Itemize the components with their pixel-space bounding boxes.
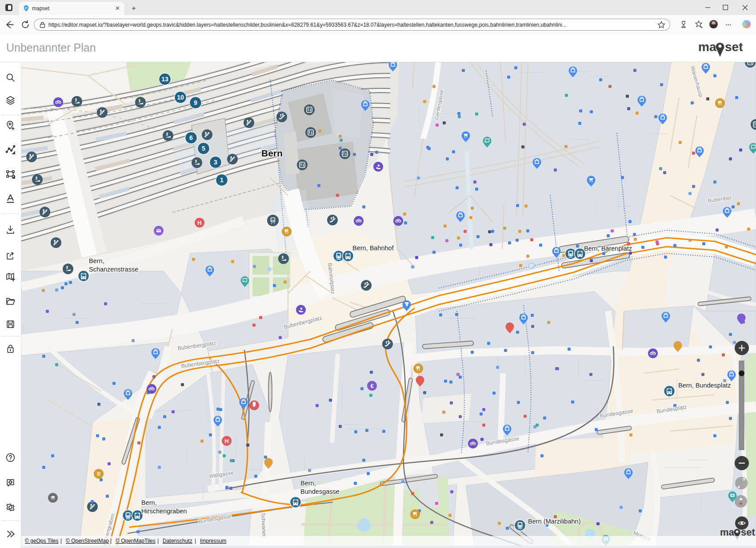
svg-text:Bern, Bahnhof: Bern, Bahnhof xyxy=(352,244,394,252)
svg-text:ma: ma xyxy=(698,40,716,54)
svg-text:Hirschengraben: Hirschengraben xyxy=(141,508,187,515)
svg-text:H: H xyxy=(224,438,228,444)
svg-text:6: 6 xyxy=(189,134,193,141)
svg-text:Impressum: Impressum xyxy=(200,538,226,544)
svg-text:5: 5 xyxy=(202,145,205,152)
svg-text:1: 1 xyxy=(220,176,224,184)
svg-text:|: | xyxy=(110,538,112,544)
svg-text:© geOps Tiles: © geOps Tiles xyxy=(25,538,59,544)
svg-text:P: P xyxy=(530,263,533,268)
svg-text:Bern,: Bern, xyxy=(141,499,157,506)
svg-text:set: set xyxy=(725,40,743,54)
svg-text:Bern: Bern xyxy=(261,148,283,158)
svg-text:Bundesgasse: Bundesgasse xyxy=(300,488,340,495)
svg-text:P: P xyxy=(25,6,28,10)
svg-text:Datenschutz: Datenschutz xyxy=(163,538,192,544)
svg-text:13: 13 xyxy=(161,76,168,83)
svg-text:9: 9 xyxy=(194,99,197,106)
svg-text:© OpenMapTiles: © OpenMapTiles xyxy=(116,538,156,544)
svg-text:|: | xyxy=(195,538,196,544)
svg-text:© OpenStreetMap: © OpenStreetMap xyxy=(66,538,109,544)
svg-text:|: | xyxy=(60,538,62,544)
svg-text:Bern (Marzilibahn): Bern (Marzilibahn) xyxy=(528,518,580,525)
svg-text:Schwanen: Schwanen xyxy=(260,512,268,538)
svg-text:Bern, Bärenplatz: Bern, Bärenplatz xyxy=(584,245,632,252)
svg-text:€: € xyxy=(370,383,373,389)
svg-text:Schanzenstrasse: Schanzenstrasse xyxy=(89,266,138,273)
svg-text:10: 10 xyxy=(177,94,184,101)
svg-text:H: H xyxy=(197,220,201,226)
svg-text:|: | xyxy=(157,538,159,544)
svg-text:Bern,: Bern, xyxy=(300,480,316,487)
svg-text:Bern,: Bern, xyxy=(89,257,104,264)
svg-text:Bern, Bundesplatz: Bern, Bundesplatz xyxy=(678,382,731,389)
svg-text:3: 3 xyxy=(214,159,217,166)
